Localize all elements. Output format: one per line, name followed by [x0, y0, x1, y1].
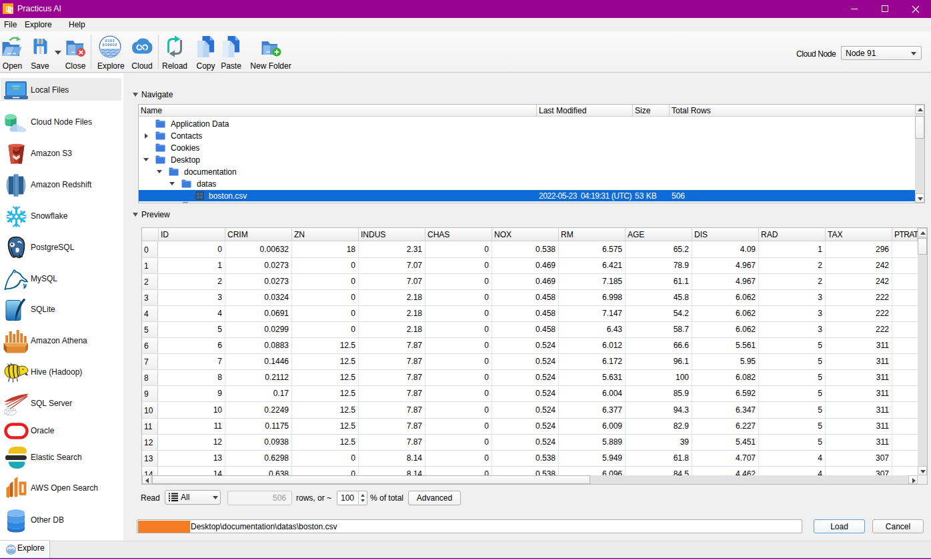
svg-text:010010: 010010 — [102, 43, 117, 47]
svg-text:01001: 01001 — [7, 548, 15, 551]
svg-text:0101: 0101 — [105, 39, 115, 43]
